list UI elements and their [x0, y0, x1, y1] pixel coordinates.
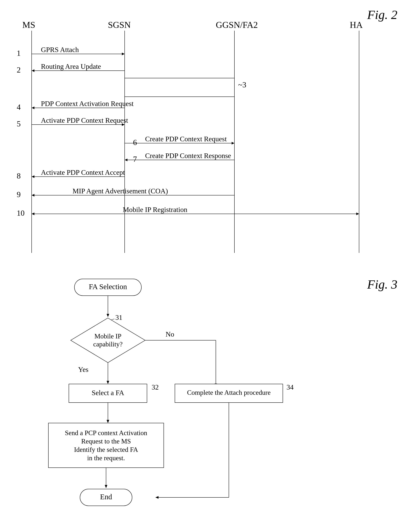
svg-marker-10 [122, 53, 125, 55]
svg-text:Mobile IP: Mobile IP [94, 332, 121, 340]
svg-text:10: 10 [17, 209, 25, 217]
svg-text:capability?: capability? [93, 341, 123, 348]
svg-marker-36 [32, 175, 34, 178]
svg-text:End: End [100, 493, 112, 501]
svg-text:5: 5 [17, 120, 21, 128]
svg-marker-44 [32, 213, 34, 215]
svg-marker-20 [32, 106, 34, 109]
svg-text:2: 2 [17, 66, 21, 74]
svg-text:Select a FA: Select a FA [92, 389, 124, 397]
svg-text:1: 1 [17, 49, 21, 57]
svg-text:in the request.: in the request. [87, 454, 125, 462]
svg-marker-32 [125, 159, 127, 161]
svg-text:GGSN/FA2: GGSN/FA2 [216, 20, 258, 30]
sequence-diagram: MS SGSN GGSN/FA2 HA 1 GPRS Attach 2 Rout… [11, 15, 402, 264]
svg-text:~3: ~3 [238, 81, 246, 89]
svg-text:Routing Area Update: Routing Area Update [41, 62, 101, 70]
svg-text:6: 6 [133, 138, 137, 147]
svg-text:7: 7 [133, 155, 137, 163]
svg-marker-52 [71, 318, 145, 363]
svg-text:Complete the Attach procedure: Complete the Attach procedure [187, 389, 271, 396]
svg-text:Activate PDP Context Request: Activate PDP Context Request [41, 116, 128, 124]
svg-text:MIP Agent Advertisement (COA): MIP Agent Advertisement (COA) [73, 187, 168, 195]
svg-text:Create PDP Context Response: Create PDP Context Response [145, 152, 231, 160]
svg-marker-50 [106, 314, 109, 317]
svg-text:31: 31 [115, 314, 122, 321]
svg-text:GPRS Attach: GPRS Attach [41, 46, 79, 54]
svg-marker-62 [106, 420, 109, 423]
flowchart: FA Selection 31 Mobile IP capability? Ye… [11, 273, 402, 526]
svg-text:32: 32 [152, 383, 159, 391]
svg-text:8: 8 [17, 172, 21, 180]
svg-text:MS: MS [22, 20, 35, 30]
svg-marker-57 [106, 381, 109, 384]
svg-marker-40 [32, 194, 34, 197]
svg-text:9: 9 [17, 190, 21, 199]
svg-marker-70 [105, 485, 107, 488]
svg-text:HA: HA [350, 20, 363, 30]
svg-text:Request to the MS: Request to the MS [81, 437, 131, 445]
svg-text:Create PDP Context Request: Create PDP Context Request [145, 135, 227, 143]
svg-text:Identify the selected FA: Identify the selected FA [74, 446, 138, 453]
svg-text:Activate PDP Context Accept: Activate PDP Context Accept [41, 169, 125, 176]
svg-text:34: 34 [287, 383, 294, 391]
svg-text:4: 4 [17, 103, 21, 111]
svg-text:FA Selection: FA Selection [89, 283, 127, 291]
svg-marker-82 [155, 496, 158, 499]
svg-text:PDP Context Activation Request: PDP Context Activation Request [41, 100, 134, 107]
svg-text:Send a PCP context Activation: Send a PCP context Activation [65, 429, 147, 437]
svg-text:SGSN: SGSN [108, 20, 131, 30]
svg-text:Mobile IP Registration: Mobile IP Registration [123, 206, 187, 213]
svg-marker-14 [32, 69, 34, 72]
svg-text:No: No [165, 330, 174, 338]
svg-marker-45 [356, 213, 359, 215]
svg-rect-16 [125, 78, 234, 97]
svg-marker-28 [232, 142, 234, 144]
svg-text:Yes: Yes [78, 366, 88, 373]
